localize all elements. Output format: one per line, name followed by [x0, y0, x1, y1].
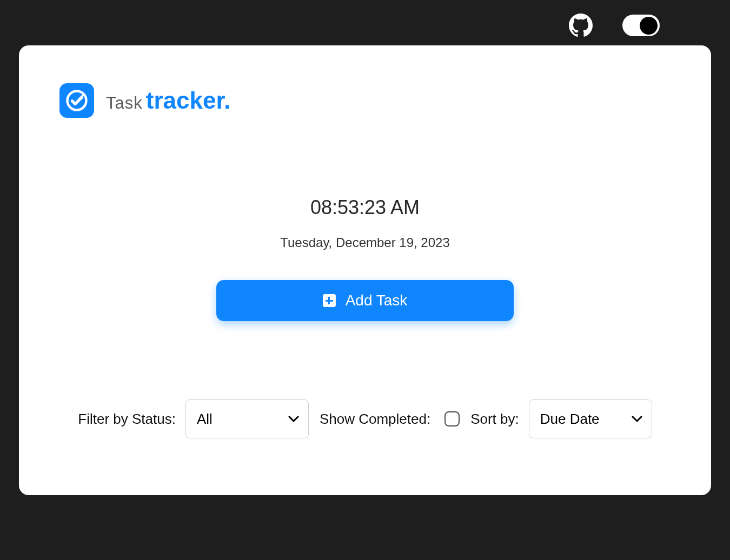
filter-status-group: Filter by Status: All [78, 399, 309, 438]
show-completed-group: Show Completed: [320, 411, 460, 428]
plus-icon [323, 294, 336, 307]
main-card: Task tracker. 08:53:23 AM Tuesday, Decem… [19, 45, 711, 495]
filter-status-label: Filter by Status: [78, 411, 176, 428]
sort-by-group: Sort by: Due Date [470, 399, 652, 438]
github-icon [569, 14, 593, 37]
github-link[interactable] [569, 14, 593, 37]
app-logo [59, 83, 94, 118]
app-title: Task tracker. [106, 87, 230, 114]
logo-row: Task tracker. [59, 83, 671, 118]
sort-by-label: Sort by: [470, 411, 519, 428]
sort-by-select[interactable]: Due Date [529, 399, 652, 438]
title-prefix: Task [106, 94, 143, 113]
show-completed-checkbox[interactable] [444, 411, 460, 426]
clock-date: Tuesday, December 19, 2023 [59, 235, 671, 250]
theme-toggle[interactable] [622, 15, 660, 36]
add-task-button[interactable]: Add Task [216, 280, 514, 321]
title-suffix: tracker. [146, 87, 231, 114]
clock-time: 08:53:23 AM [59, 196, 671, 219]
add-task-label: Add Task [346, 292, 408, 309]
check-circle-icon [65, 89, 88, 112]
filters-row: Filter by Status: All Show Completed: So… [59, 399, 671, 438]
clock-section: 08:53:23 AM Tuesday, December 19, 2023 [59, 196, 671, 250]
filter-status-select[interactable]: All [185, 399, 309, 438]
toggle-knob [640, 17, 658, 35]
show-completed-label: Show Completed: [320, 411, 430, 428]
